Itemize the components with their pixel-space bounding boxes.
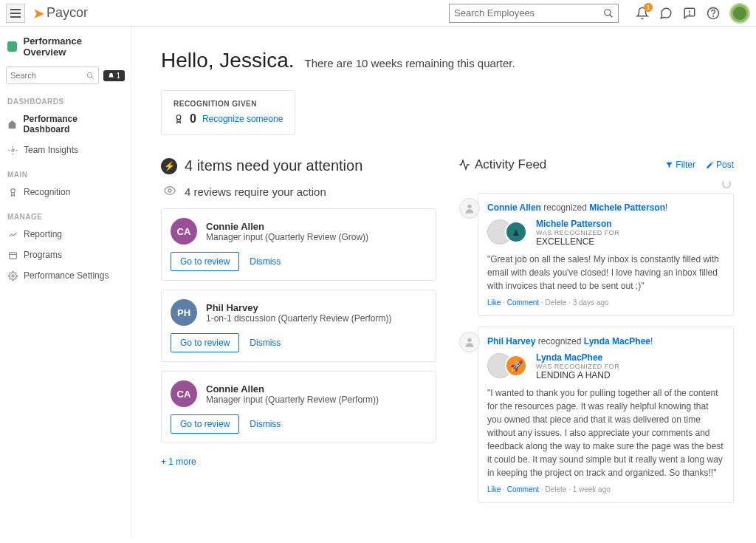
filter-button[interactable]: Filter [665,160,695,170]
feed-headline: Connie Allen recognized Michele Patterso… [487,202,724,213]
recognition-badge-icon: 🚀 [505,355,527,377]
sidebar-item-label: Performance Dashboard [24,114,123,134]
help-icon[interactable] [706,6,721,21]
section-dashboards: DASHBOARDS [0,87,131,109]
avatar-pair: ▲ [487,219,529,246]
post-button[interactable]: Post [706,160,734,170]
eye-icon [164,185,177,198]
review-name: Phil Harvey [206,302,391,313]
review-desc: Manager input (Quarterly Review (Grow)) [206,232,368,242]
feedback-icon[interactable] [682,6,697,21]
recipient-link[interactable]: Michele Patterson [536,219,619,229]
svg-point-8 [11,148,13,151]
like-link[interactable]: Like [487,485,501,494]
section-main: MAIN [0,160,131,182]
insights-icon [7,145,18,155]
employee-search[interactable] [449,4,619,23]
review-card: CA Connie Allen Manager input (Quarterly… [161,208,436,281]
rec-value: EXCELLENCE [536,236,619,247]
chat-icon[interactable] [659,6,673,21]
sidebar-item-label: Reporting [24,229,62,239]
rec-label: WAS RECOGNIZED FOR [536,229,619,236]
actor-link[interactable]: Connie Allen [487,202,541,213]
recipient-link[interactable]: Lynda MacPhee [536,352,619,363]
delete-link[interactable]: Delete [545,298,566,307]
award-icon [173,114,184,124]
filter-label: Filter [676,160,695,170]
performance-icon [7,41,17,52]
svg-point-13 [10,188,14,192]
sidebar-item-label: Team Insights [24,145,78,155]
comment-link[interactable]: Comment [507,485,539,494]
go-to-review-button[interactable]: Go to review [171,333,239,352]
feed-footer: Like · Comment · Delete · 3 days ago [487,298,724,307]
like-link[interactable]: Like [487,298,501,307]
bolt-icon: ⚡ [161,158,177,174]
main-content: Hello, Jessica. There are 10 weeks remai… [131,27,756,536]
go-to-review-button[interactable]: Go to review [171,252,239,271]
logo-text: Paycor [47,5,88,21]
reviews-subheading: 4 reviews require your action [185,185,326,198]
avatar-pair: 🚀 [487,353,529,380]
user-avatar: CA [171,218,197,245]
sidebar-item-perf-dashboard[interactable]: Performance Dashboard [0,109,131,140]
activity-icon [458,159,470,171]
sidebar-notif[interactable]: 1 [103,70,125,81]
logo-mark-icon: ➤ [32,4,45,22]
feed-item: Phil Harvey recognized Lynda MacPhee! 🚀 … [478,327,734,503]
recognize-link[interactable]: Recognize someone [202,114,283,124]
svg-point-0 [605,9,611,15]
search-icon[interactable] [603,8,614,18]
rec-value: LENDING A HAND [536,370,619,380]
employee-search-input[interactable] [454,7,603,18]
loading-spinner-icon [722,180,731,188]
rec-label: WAS RECOGNIZED FOR [536,363,619,370]
review-card: PH Phil Harvey 1-on-1 discussion (Quarte… [161,290,436,362]
comment-link[interactable]: Comment [507,298,539,307]
actor-link[interactable]: Phil Harvey [487,336,535,346]
sidebar-item-team-insights[interactable]: Team Insights [0,140,131,160]
dismiss-link[interactable]: Dismiss [250,338,281,348]
delete-link[interactable]: Delete [545,485,566,494]
dismiss-link[interactable]: Dismiss [250,256,281,267]
user-avatar[interactable] [729,3,750,24]
sidebar-title: Performance Overview [0,30,131,64]
timestamp: 1 week ago [573,485,611,494]
greeting-sub: There are 10 weeks remaining this quarte… [305,57,515,69]
sidebar-title-label: Performance Overview [23,35,123,58]
gear-icon [7,270,18,281]
review-name: Connie Allen [206,221,368,232]
target-link[interactable]: Michele Patterson [589,202,665,213]
svg-point-16 [11,274,13,276]
sidebar-notif-count: 1 [116,72,120,80]
notif-badge: 1 [644,3,653,12]
recognition-count: 0 [190,112,196,126]
svg-line-7 [92,76,94,78]
sidebar-item-recognition[interactable]: Recognition [0,182,131,202]
feed-headline: Phil Harvey recognized Lynda MacPhee! [487,336,724,346]
sidebar-item-label: Performance Settings [24,270,109,281]
target-link[interactable]: Lynda MacPhee [584,336,650,346]
sidebar-search[interactable] [6,66,99,84]
dismiss-link[interactable]: Dismiss [250,419,281,429]
review-card: CA Connie Allen Manager input (Quarterly… [161,371,436,443]
feed-title: Activity Feed [475,157,546,172]
recognition-label: RECOGNITION GIVEN [173,100,283,108]
sidebar-item-perf-settings[interactable]: Performance Settings [0,265,131,286]
svg-point-6 [88,72,92,77]
more-link[interactable]: + 1 more [161,457,196,467]
chart-icon [7,229,18,239]
feed-actor-avatar [459,332,480,352]
sidebar-item-label: Recognition [24,187,70,197]
sidebar-item-programs[interactable]: Programs [0,245,131,265]
go-to-review-button[interactable]: Go to review [171,414,239,434]
search-icon [86,72,94,80]
sidebar-item-label: Programs [24,250,62,260]
menu-icon[interactable] [6,4,25,23]
home-icon [7,119,18,129]
sidebar-search-input[interactable] [10,71,86,80]
svg-point-17 [176,115,181,120]
sidebar-item-reporting[interactable]: Reporting [0,224,131,245]
bell-icon[interactable]: 1 [635,6,650,21]
sidebar: Performance Overview 1 DASHBOARDS Perfor… [0,27,131,536]
